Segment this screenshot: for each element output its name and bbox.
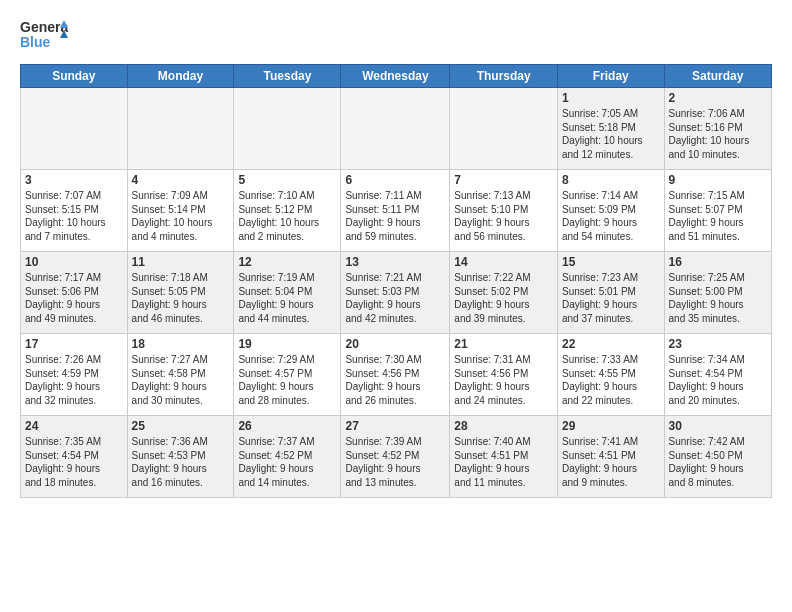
cell-info: Sunrise: 7:06 AMSunset: 5:16 PMDaylight:… bbox=[669, 107, 767, 161]
cell-info: Sunrise: 7:33 AMSunset: 4:55 PMDaylight:… bbox=[562, 353, 660, 407]
day-number: 18 bbox=[132, 337, 230, 351]
cell-info: Sunrise: 7:23 AMSunset: 5:01 PMDaylight:… bbox=[562, 271, 660, 325]
calendar-cell bbox=[234, 88, 341, 170]
svg-text:Blue: Blue bbox=[20, 34, 51, 50]
cell-info: Sunrise: 7:36 AMSunset: 4:53 PMDaylight:… bbox=[132, 435, 230, 489]
cell-info: Sunrise: 7:31 AMSunset: 4:56 PMDaylight:… bbox=[454, 353, 553, 407]
calendar-cell: 30Sunrise: 7:42 AMSunset: 4:50 PMDayligh… bbox=[664, 416, 771, 498]
cell-info: Sunrise: 7:05 AMSunset: 5:18 PMDaylight:… bbox=[562, 107, 660, 161]
calendar-cell bbox=[21, 88, 128, 170]
calendar-cell: 25Sunrise: 7:36 AMSunset: 4:53 PMDayligh… bbox=[127, 416, 234, 498]
calendar-cell: 3Sunrise: 7:07 AMSunset: 5:15 PMDaylight… bbox=[21, 170, 128, 252]
day-number: 13 bbox=[345, 255, 445, 269]
day-header-thursday: Thursday bbox=[450, 65, 558, 88]
day-number: 9 bbox=[669, 173, 767, 187]
calendar-cell: 2Sunrise: 7:06 AMSunset: 5:16 PMDaylight… bbox=[664, 88, 771, 170]
day-number: 5 bbox=[238, 173, 336, 187]
cell-info: Sunrise: 7:29 AMSunset: 4:57 PMDaylight:… bbox=[238, 353, 336, 407]
calendar-cell: 20Sunrise: 7:30 AMSunset: 4:56 PMDayligh… bbox=[341, 334, 450, 416]
cell-info: Sunrise: 7:25 AMSunset: 5:00 PMDaylight:… bbox=[669, 271, 767, 325]
cell-info: Sunrise: 7:30 AMSunset: 4:56 PMDaylight:… bbox=[345, 353, 445, 407]
day-number: 29 bbox=[562, 419, 660, 433]
cell-info: Sunrise: 7:22 AMSunset: 5:02 PMDaylight:… bbox=[454, 271, 553, 325]
day-number: 4 bbox=[132, 173, 230, 187]
calendar-week-3: 17Sunrise: 7:26 AMSunset: 4:59 PMDayligh… bbox=[21, 334, 772, 416]
calendar-cell: 26Sunrise: 7:37 AMSunset: 4:52 PMDayligh… bbox=[234, 416, 341, 498]
cell-info: Sunrise: 7:18 AMSunset: 5:05 PMDaylight:… bbox=[132, 271, 230, 325]
cell-info: Sunrise: 7:41 AMSunset: 4:51 PMDaylight:… bbox=[562, 435, 660, 489]
calendar: SundayMondayTuesdayWednesdayThursdayFrid… bbox=[20, 64, 772, 498]
calendar-cell: 6Sunrise: 7:11 AMSunset: 5:11 PMDaylight… bbox=[341, 170, 450, 252]
cell-info: Sunrise: 7:11 AMSunset: 5:11 PMDaylight:… bbox=[345, 189, 445, 243]
calendar-cell: 13Sunrise: 7:21 AMSunset: 5:03 PMDayligh… bbox=[341, 252, 450, 334]
calendar-week-4: 24Sunrise: 7:35 AMSunset: 4:54 PMDayligh… bbox=[21, 416, 772, 498]
day-header-saturday: Saturday bbox=[664, 65, 771, 88]
day-number: 16 bbox=[669, 255, 767, 269]
day-number: 25 bbox=[132, 419, 230, 433]
day-number: 6 bbox=[345, 173, 445, 187]
calendar-cell: 8Sunrise: 7:14 AMSunset: 5:09 PMDaylight… bbox=[558, 170, 665, 252]
cell-info: Sunrise: 7:37 AMSunset: 4:52 PMDaylight:… bbox=[238, 435, 336, 489]
calendar-cell: 10Sunrise: 7:17 AMSunset: 5:06 PMDayligh… bbox=[21, 252, 128, 334]
calendar-cell bbox=[450, 88, 558, 170]
day-number: 2 bbox=[669, 91, 767, 105]
cell-info: Sunrise: 7:35 AMSunset: 4:54 PMDaylight:… bbox=[25, 435, 123, 489]
cell-info: Sunrise: 7:21 AMSunset: 5:03 PMDaylight:… bbox=[345, 271, 445, 325]
day-number: 3 bbox=[25, 173, 123, 187]
calendar-cell: 27Sunrise: 7:39 AMSunset: 4:52 PMDayligh… bbox=[341, 416, 450, 498]
day-header-tuesday: Tuesday bbox=[234, 65, 341, 88]
calendar-cell: 29Sunrise: 7:41 AMSunset: 4:51 PMDayligh… bbox=[558, 416, 665, 498]
day-number: 20 bbox=[345, 337, 445, 351]
day-number: 14 bbox=[454, 255, 553, 269]
day-number: 30 bbox=[669, 419, 767, 433]
calendar-week-0: 1Sunrise: 7:05 AMSunset: 5:18 PMDaylight… bbox=[21, 88, 772, 170]
page: General Blue SundayMondayTuesdayWednesda… bbox=[0, 0, 792, 612]
calendar-cell: 18Sunrise: 7:27 AMSunset: 4:58 PMDayligh… bbox=[127, 334, 234, 416]
cell-info: Sunrise: 7:07 AMSunset: 5:15 PMDaylight:… bbox=[25, 189, 123, 243]
logo-svg: General Blue bbox=[20, 16, 68, 54]
cell-info: Sunrise: 7:13 AMSunset: 5:10 PMDaylight:… bbox=[454, 189, 553, 243]
cell-info: Sunrise: 7:42 AMSunset: 4:50 PMDaylight:… bbox=[669, 435, 767, 489]
calendar-cell: 11Sunrise: 7:18 AMSunset: 5:05 PMDayligh… bbox=[127, 252, 234, 334]
calendar-cell: 7Sunrise: 7:13 AMSunset: 5:10 PMDaylight… bbox=[450, 170, 558, 252]
day-number: 27 bbox=[345, 419, 445, 433]
cell-info: Sunrise: 7:15 AMSunset: 5:07 PMDaylight:… bbox=[669, 189, 767, 243]
day-number: 7 bbox=[454, 173, 553, 187]
calendar-header-row: SundayMondayTuesdayWednesdayThursdayFrid… bbox=[21, 65, 772, 88]
day-number: 28 bbox=[454, 419, 553, 433]
day-number: 24 bbox=[25, 419, 123, 433]
day-number: 10 bbox=[25, 255, 123, 269]
day-header-wednesday: Wednesday bbox=[341, 65, 450, 88]
cell-info: Sunrise: 7:34 AMSunset: 4:54 PMDaylight:… bbox=[669, 353, 767, 407]
calendar-cell: 1Sunrise: 7:05 AMSunset: 5:18 PMDaylight… bbox=[558, 88, 665, 170]
cell-info: Sunrise: 7:27 AMSunset: 4:58 PMDaylight:… bbox=[132, 353, 230, 407]
cell-info: Sunrise: 7:14 AMSunset: 5:09 PMDaylight:… bbox=[562, 189, 660, 243]
day-number: 1 bbox=[562, 91, 660, 105]
cell-info: Sunrise: 7:40 AMSunset: 4:51 PMDaylight:… bbox=[454, 435, 553, 489]
header: General Blue bbox=[20, 16, 772, 54]
calendar-cell: 23Sunrise: 7:34 AMSunset: 4:54 PMDayligh… bbox=[664, 334, 771, 416]
day-header-sunday: Sunday bbox=[21, 65, 128, 88]
day-number: 8 bbox=[562, 173, 660, 187]
calendar-cell: 4Sunrise: 7:09 AMSunset: 5:14 PMDaylight… bbox=[127, 170, 234, 252]
calendar-cell bbox=[127, 88, 234, 170]
day-number: 12 bbox=[238, 255, 336, 269]
day-number: 26 bbox=[238, 419, 336, 433]
cell-info: Sunrise: 7:09 AMSunset: 5:14 PMDaylight:… bbox=[132, 189, 230, 243]
cell-info: Sunrise: 7:19 AMSunset: 5:04 PMDaylight:… bbox=[238, 271, 336, 325]
calendar-cell: 17Sunrise: 7:26 AMSunset: 4:59 PMDayligh… bbox=[21, 334, 128, 416]
day-header-monday: Monday bbox=[127, 65, 234, 88]
calendar-cell: 14Sunrise: 7:22 AMSunset: 5:02 PMDayligh… bbox=[450, 252, 558, 334]
calendar-cell bbox=[341, 88, 450, 170]
day-number: 11 bbox=[132, 255, 230, 269]
calendar-cell: 5Sunrise: 7:10 AMSunset: 5:12 PMDaylight… bbox=[234, 170, 341, 252]
cell-info: Sunrise: 7:39 AMSunset: 4:52 PMDaylight:… bbox=[345, 435, 445, 489]
logo: General Blue bbox=[20, 16, 68, 54]
calendar-cell: 21Sunrise: 7:31 AMSunset: 4:56 PMDayligh… bbox=[450, 334, 558, 416]
calendar-week-2: 10Sunrise: 7:17 AMSunset: 5:06 PMDayligh… bbox=[21, 252, 772, 334]
day-number: 19 bbox=[238, 337, 336, 351]
day-header-friday: Friday bbox=[558, 65, 665, 88]
calendar-cell: 9Sunrise: 7:15 AMSunset: 5:07 PMDaylight… bbox=[664, 170, 771, 252]
cell-info: Sunrise: 7:26 AMSunset: 4:59 PMDaylight:… bbox=[25, 353, 123, 407]
day-number: 23 bbox=[669, 337, 767, 351]
